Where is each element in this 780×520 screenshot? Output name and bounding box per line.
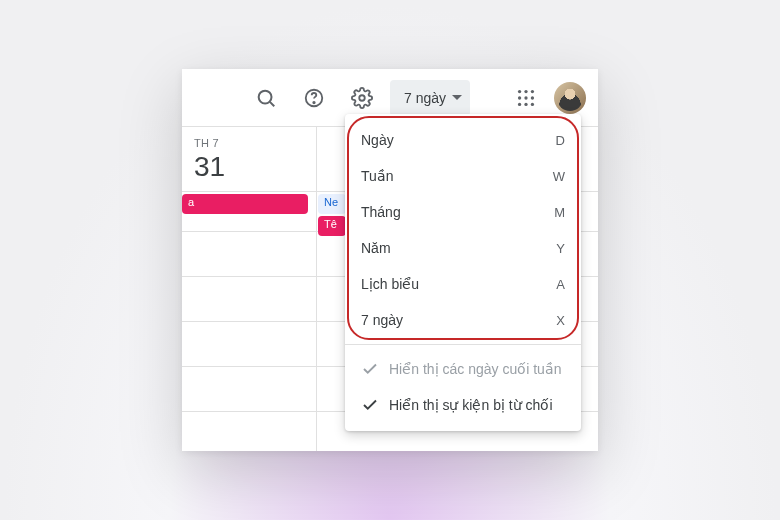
event-blue-1[interactable]: Ne: [318, 194, 346, 214]
svg-point-10: [531, 96, 534, 99]
menu-item-day[interactable]: Ngày D: [345, 122, 581, 158]
menu-item-year[interactable]: Năm Y: [345, 230, 581, 266]
search-button[interactable]: [246, 78, 286, 118]
menu-shortcut: X: [556, 313, 565, 328]
view-select[interactable]: 7 ngày: [390, 80, 470, 116]
menu-label: Tháng: [361, 204, 554, 220]
menu-shortcut: A: [556, 277, 565, 292]
menu-label: 7 ngày: [361, 312, 556, 328]
apps-grid-icon: [515, 87, 537, 109]
menu-shortcut: D: [556, 133, 565, 148]
event-pink-2[interactable]: Tê: [318, 216, 346, 236]
svg-point-4: [359, 95, 365, 101]
check-icon: [361, 360, 379, 378]
check-icon: [361, 396, 379, 414]
toggle-label: Hiển thị các ngày cuối tuần: [389, 361, 562, 377]
menu-separator: [345, 344, 581, 345]
help-icon: [303, 87, 325, 109]
svg-point-7: [531, 89, 534, 92]
svg-point-5: [518, 89, 521, 92]
menu-label: Lịch biểu: [361, 276, 556, 292]
settings-button[interactable]: [342, 78, 382, 118]
svg-point-0: [259, 90, 272, 103]
event-pink-1[interactable]: a: [182, 194, 308, 214]
menu-label: Tuần: [361, 168, 553, 184]
menu-label: Năm: [361, 240, 556, 256]
menu-shortcut: Y: [556, 241, 565, 256]
search-icon: [255, 87, 277, 109]
svg-point-13: [531, 102, 534, 105]
svg-point-6: [524, 89, 527, 92]
gear-icon: [351, 87, 373, 109]
toggle-show-declined[interactable]: Hiển thị sự kiện bị từ chối: [345, 387, 581, 423]
svg-point-8: [518, 96, 521, 99]
toggle-label: Hiển thị sự kiện bị từ chối: [389, 397, 553, 413]
help-button[interactable]: [294, 78, 334, 118]
view-select-label: 7 ngày: [404, 90, 446, 106]
menu-shortcut: M: [554, 205, 565, 220]
menu-shortcut: W: [553, 169, 565, 184]
calendar-window: 7 ngày TH 7 31 a Ne Tê Ngày D Tuần: [182, 69, 598, 451]
svg-point-3: [313, 101, 314, 102]
toggle-show-weekends[interactable]: Hiển thị các ngày cuối tuần: [345, 351, 581, 387]
svg-point-11: [518, 102, 521, 105]
chevron-down-icon: [452, 95, 462, 101]
menu-label: Ngày: [361, 132, 556, 148]
avatar[interactable]: [554, 82, 586, 114]
svg-point-9: [524, 96, 527, 99]
apps-button[interactable]: [506, 78, 546, 118]
svg-point-12: [524, 102, 527, 105]
svg-line-1: [270, 101, 274, 105]
menu-item-schedule[interactable]: Lịch biểu A: [345, 266, 581, 302]
menu-item-month[interactable]: Tháng M: [345, 194, 581, 230]
menu-item-week[interactable]: Tuần W: [345, 158, 581, 194]
menu-item-7days[interactable]: 7 ngày X: [345, 302, 581, 338]
view-dropdown: Ngày D Tuần W Tháng M Năm Y Lịch biểu A …: [345, 114, 581, 431]
